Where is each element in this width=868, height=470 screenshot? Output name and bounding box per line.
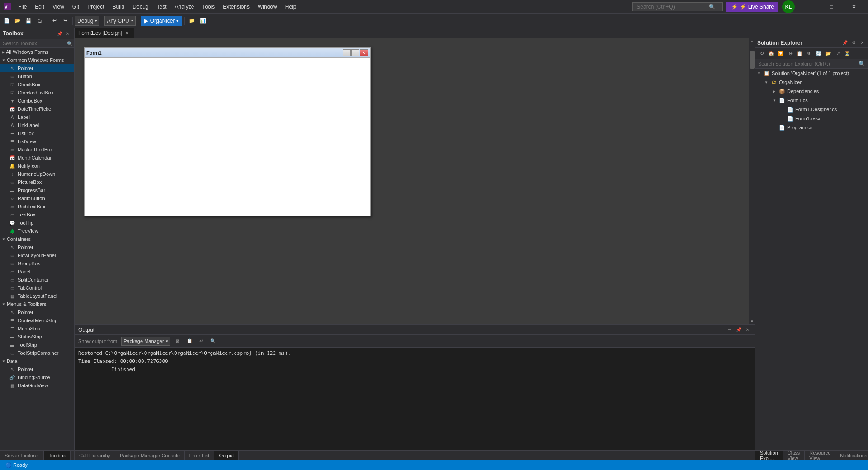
se-settings-btn[interactable]: ⚙ <box>849 39 858 47</box>
save-btn[interactable]: 💾 <box>24 16 33 26</box>
toolbox-item-data-pointer[interactable]: ↖ Pointer <box>0 365 74 373</box>
perf-btn[interactable]: 📊 <box>198 16 208 26</box>
toolbox-item-listview[interactable]: ☰ ListView <box>0 137 74 146</box>
toolbox-item-radiobutton[interactable]: ○ RadioButton <box>0 194 74 202</box>
toolbox-item-treeview[interactable]: 🌲 TreeView <box>0 227 74 235</box>
toolbox-item-notifyicon[interactable]: 🔔 NotifyIcon <box>0 162 74 170</box>
output-minimize-btn[interactable]: ─ <box>726 326 733 334</box>
output-copy-btn[interactable]: 📋 <box>185 337 194 346</box>
menu-debug[interactable]: Debug <box>129 2 152 12</box>
toolbox-item-containers-pointer[interactable]: ↖ Pointer <box>0 243 74 251</box>
toolbox-item-splitcontainer[interactable]: ▭ SplitContainer <box>0 276 74 284</box>
live-share-button[interactable]: ⚡ ⚡ Live Share <box>726 2 778 12</box>
se-tb-properties[interactable]: 📋 <box>795 49 804 58</box>
form-close-btn[interactable]: ✕ <box>360 49 368 56</box>
scroll-up-arrow[interactable]: ▲ <box>749 38 755 44</box>
se-pin-btn[interactable]: 📌 <box>841 39 849 47</box>
menu-file[interactable]: File <box>14 2 30 12</box>
menu-git[interactable]: Git <box>69 2 83 12</box>
toolbox-item-datetimepicker[interactable]: 📅 DateTimePicker <box>0 105 74 113</box>
server-explorer-tab[interactable]: Server Explorer <box>0 451 44 461</box>
solution-explorer-search-input[interactable] <box>758 61 857 66</box>
title-search-input[interactable] <box>637 4 709 10</box>
menu-tools[interactable]: Tools <box>198 2 218 12</box>
menu-window[interactable]: Window <box>254 2 281 12</box>
toolbox-item-datagridview[interactable]: ▦ DataGridView <box>0 381 74 390</box>
designer-canvas[interactable]: Form1 ─ □ ✕ <box>75 38 749 324</box>
form-minimize-btn[interactable]: ─ <box>343 49 351 56</box>
output-wrap-btn[interactable]: ↵ <box>197 337 206 346</box>
toolbox-close-btn[interactable]: ✕ <box>64 30 71 37</box>
toolbox-item-statusstrip[interactable]: ▬ StatusStrip <box>0 333 74 341</box>
toolbox-tab[interactable]: Toolbox <box>44 451 71 461</box>
designer-scrollbar-v[interactable]: ▲ ▼ <box>749 38 755 324</box>
toolbox-item-linklabel[interactable]: A LinkLabel <box>0 121 74 129</box>
user-avatar[interactable]: KL <box>782 0 795 13</box>
toolbox-item-maskedtextbox[interactable]: ▭ MaskedTextBox <box>0 146 74 154</box>
open-file-btn[interactable]: 📂 <box>13 16 23 26</box>
se-tb-home[interactable]: 🏠 <box>767 49 776 58</box>
redo-btn[interactable]: ↪ <box>60 16 70 26</box>
output-close-btn[interactable]: ✕ <box>744 326 751 334</box>
se-tb-nested[interactable]: 📂 <box>824 49 833 58</box>
toolbox-item-tooltip[interactable]: 💬 ToolTip <box>0 219 74 227</box>
toolbox-item-button[interactable]: ▭ Button <box>0 72 74 80</box>
toolbox-pin-btn[interactable]: 📌 <box>56 30 63 37</box>
toolbox-item-contextmenustrip[interactable]: ☰ ContextMenuStrip <box>0 316 74 324</box>
platform-dropdown[interactable]: Any CPU ▾ <box>104 16 135 26</box>
se-item-dependencies[interactable]: ▶ 📦 Dependencies <box>755 87 868 96</box>
scroll-down-arrow[interactable]: ▼ <box>749 318 755 324</box>
se-tb-refresh[interactable]: 🔄 <box>814 49 823 58</box>
form1-design-tab[interactable]: Form1.cs [Design] ✕ <box>75 28 134 38</box>
class-view-tab[interactable]: Class View <box>783 451 805 461</box>
se-tb-git[interactable]: ⎇ <box>833 49 842 58</box>
toolbox-section-data[interactable]: ▼ Data <box>0 357 74 365</box>
maximize-button[interactable]: □ <box>821 0 842 14</box>
scroll-thumb[interactable] <box>750 51 755 69</box>
menu-extensions[interactable]: Extensions <box>219 2 253 12</box>
output-source-dropdown[interactable]: Package Manager ▾ <box>121 337 170 346</box>
toolbox-item-bindingsource[interactable]: 🔗 BindingSource <box>0 373 74 381</box>
new-project-btn[interactable]: 📄 <box>2 16 12 26</box>
toolbox-item-checkbox[interactable]: ☑ CheckBox <box>0 80 74 89</box>
se-item-programcs[interactable]: 📄 Program.cs <box>755 123 868 132</box>
toolbox-section-common-windows-forms[interactable]: ▼ Common Windows Forms <box>0 56 74 64</box>
toolbox-item-menustrip[interactable]: ☰ MenuStrip <box>0 324 74 333</box>
se-item-solution[interactable]: ▼ 📋 Solution 'OrgaNicer' (1 of 1 project… <box>755 69 868 78</box>
save-all-btn[interactable]: 🗂 <box>34 16 44 26</box>
minimize-button[interactable]: ─ <box>798 0 819 14</box>
toolbox-item-richtextbox[interactable]: ▭ RichTextBox <box>0 202 74 211</box>
menu-analyze[interactable]: Analyze <box>171 2 198 12</box>
output-pin-btn[interactable]: 📌 <box>735 326 742 334</box>
se-close-btn[interactable]: ✕ <box>858 39 866 47</box>
toolbox-search-input[interactable] <box>3 41 65 46</box>
debug-mode-dropdown[interactable]: Debug ▾ <box>75 16 99 26</box>
toolbox-item-listbox[interactable]: ☰ ListBox <box>0 129 74 137</box>
se-item-form1cs[interactable]: ▼ 📄 Form1.cs <box>755 96 868 105</box>
package-manager-console-tab[interactable]: Package Manager Console <box>115 451 185 461</box>
menu-view[interactable]: View <box>49 2 68 12</box>
toolbox-item-panel[interactable]: ▭ Panel <box>0 268 74 276</box>
call-hierarchy-tab[interactable]: Call Hierarchy <box>75 451 115 461</box>
output-tab[interactable]: Output <box>214 451 239 461</box>
toolbox-item-tablelayoutpanel[interactable]: ▦ TableLayoutPanel <box>0 292 74 300</box>
menu-help[interactable]: Help <box>282 2 300 12</box>
toolbox-item-combobox[interactable]: ▾ ComboBox <box>0 97 74 105</box>
output-clear-btn[interactable]: ⊠ <box>173 337 182 346</box>
title-search-box[interactable]: 🔍 <box>632 2 723 11</box>
toolbox-item-textbox[interactable]: ▭ TextBox <box>0 211 74 219</box>
toolbox-item-groupbox[interactable]: ▭ GroupBox <box>0 259 74 268</box>
toolbox-item-menus-pointer[interactable]: ↖ Pointer <box>0 308 74 316</box>
toolbox-item-progressbar[interactable]: ▬ ProgressBar <box>0 186 74 194</box>
toolbox-item-tabcontrol[interactable]: ▭ TabControl <box>0 284 74 292</box>
se-tb-filter[interactable]: 🔽 <box>776 49 785 58</box>
form1-design-tab-close[interactable]: ✕ <box>124 30 130 36</box>
se-item-project[interactable]: ▼ 🗂 OrgaNicer <box>755 78 868 87</box>
resource-view-tab[interactable]: Resource View <box>805 451 835 461</box>
toolbox-item-label[interactable]: A Label <box>0 113 74 121</box>
se-tb-sync[interactable]: ↻ <box>757 49 766 58</box>
toolbox-section-all-windows-forms[interactable]: ▶ All Windows Forms <box>0 48 74 56</box>
toolbox-item-pointer[interactable]: ↖ Pointer <box>0 64 74 72</box>
undo-btn[interactable]: ↩ <box>49 16 59 26</box>
se-tb-pending[interactable]: ⏳ <box>843 49 852 58</box>
